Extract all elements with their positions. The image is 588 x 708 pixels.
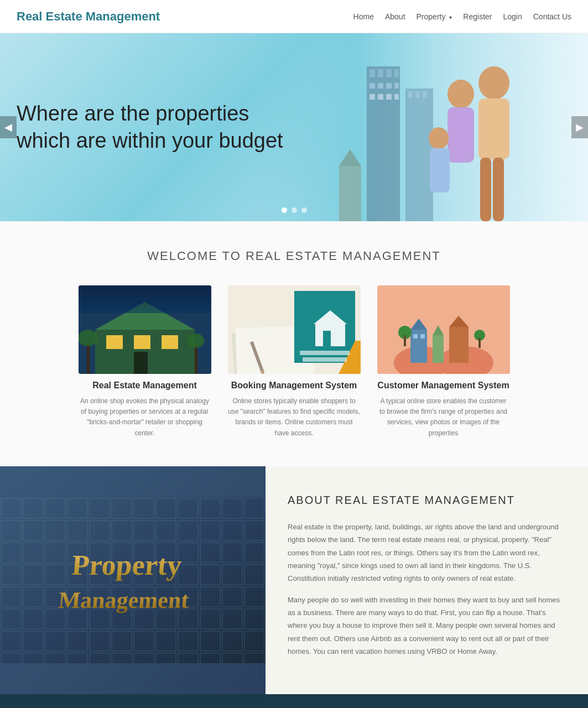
svg-rect-21 <box>480 158 491 221</box>
hero-next-button[interactable]: ▶ <box>571 116 588 138</box>
svg-rect-24 <box>447 107 474 163</box>
svg-point-23 <box>447 80 474 108</box>
nav-home[interactable]: Home <box>353 12 374 21</box>
feature-desc-3: A typical online store enables the custo… <box>377 396 510 439</box>
hero-banner: ◀ Where are the properties which are wit… <box>0 33 588 221</box>
nav-about[interactable]: About <box>385 12 405 21</box>
hero-line2: which are within your budget <box>17 129 283 152</box>
svg-rect-33 <box>134 352 148 374</box>
svg-rect-10 <box>378 94 383 100</box>
svg-text:Property: Property <box>71 549 183 581</box>
nav-login[interactable]: Login <box>503 12 522 21</box>
svg-rect-5 <box>370 83 375 88</box>
feature-title-2: Booking Management System <box>228 381 361 391</box>
svg-rect-9 <box>370 94 375 100</box>
hero-dot-3[interactable] <box>301 207 307 213</box>
svg-rect-12 <box>394 94 399 100</box>
svg-rect-63 <box>478 338 481 348</box>
svg-rect-36 <box>195 343 197 374</box>
nav-register[interactable]: Register <box>463 12 492 21</box>
svg-point-37 <box>188 334 204 348</box>
svg-rect-2 <box>378 69 383 77</box>
chevron-down-icon: ▾ <box>449 14 452 20</box>
welcome-section: WELCOME TO REAL ESTATE MANAGEMENT <box>0 221 588 466</box>
nav-property[interactable]: Property ▾ <box>417 12 452 21</box>
svg-rect-17 <box>339 166 361 221</box>
feature-desc-2: Online stores typically enable shoppers … <box>228 396 361 439</box>
feature-img-customer <box>377 285 510 374</box>
svg-marker-18 <box>339 149 361 166</box>
feature-title-3: Customer Management System <box>377 381 510 391</box>
svg-rect-65 <box>420 334 425 339</box>
navbar: Real Estate Management Home About Proper… <box>0 0 588 33</box>
svg-rect-4 <box>394 69 399 77</box>
svg-rect-3 <box>386 69 392 77</box>
about-content: ABOUT REAL ESTATE MANAGEMENT Real estate… <box>266 466 588 694</box>
feature-desc-1: An online shop evokes the physical analo… <box>79 396 211 439</box>
svg-rect-31 <box>134 335 150 349</box>
feature-img-house <box>79 285 211 374</box>
hero-dots <box>282 207 307 213</box>
svg-rect-22 <box>493 158 504 221</box>
svg-rect-47 <box>300 351 350 355</box>
svg-rect-48 <box>303 357 347 362</box>
svg-rect-30 <box>106 335 123 349</box>
svg-point-25 <box>429 127 449 149</box>
feature-img-booking <box>228 285 361 374</box>
svg-rect-38 <box>79 285 211 313</box>
footer: CONTACT INFO ⌂ Address: No.XXXXXX street… <box>0 694 588 708</box>
brand-name[interactable]: Real Estate Management <box>17 9 160 24</box>
svg-rect-6 <box>378 83 383 88</box>
svg-rect-8 <box>394 83 399 88</box>
feature-title-1: Real Estate Management <box>79 381 211 391</box>
feature-card-booking: Booking Management System Online stores … <box>228 285 361 439</box>
feature-card-real-estate: Real Estate Management An online shop ev… <box>79 285 211 439</box>
nav-contact[interactable]: Contact Us <box>533 12 571 21</box>
svg-rect-46 <box>323 331 331 346</box>
about-section: Property Management ABOUT REAL ESTATE MA… <box>0 466 588 694</box>
svg-rect-20 <box>478 98 509 159</box>
svg-point-35 <box>79 330 98 346</box>
svg-rect-32 <box>162 335 178 349</box>
about-image: Property Management <box>0 466 266 694</box>
svg-rect-64 <box>413 334 418 339</box>
hero-family-svg <box>405 50 560 221</box>
svg-point-19 <box>478 66 509 100</box>
hero-dot-1[interactable] <box>282 207 287 213</box>
hero-dot-2[interactable] <box>292 207 297 213</box>
svg-rect-58 <box>449 327 469 363</box>
svg-rect-61 <box>404 335 406 346</box>
svg-rect-56 <box>433 335 444 363</box>
hero-prev-button[interactable]: ◀ <box>0 116 17 138</box>
nav-links: Home About Property ▾ Register Login Con… <box>353 12 571 21</box>
about-paragraph-2: Many people do so well with investing in… <box>288 594 566 658</box>
feature-card-customer: Customer Management System A typical onl… <box>377 285 510 439</box>
svg-rect-11 <box>386 94 392 100</box>
about-heading: ABOUT REAL ESTATE MANAGEMENT <box>288 494 566 507</box>
svg-rect-26 <box>430 148 450 192</box>
about-paragraph-1: Real estate is the property, land, build… <box>288 520 566 585</box>
svg-rect-7 <box>386 83 392 88</box>
welcome-heading: WELCOME TO REAL ESTATE MANAGEMENT <box>44 249 544 263</box>
svg-rect-1 <box>370 69 375 77</box>
hero-text: Where are the properties which are withi… <box>17 100 283 155</box>
svg-rect-0 <box>367 66 400 221</box>
features-grid: Real Estate Management An online shop ev… <box>44 285 544 439</box>
svg-text:Management: Management <box>58 587 190 613</box>
hero-line1: Where are the properties <box>17 102 249 125</box>
